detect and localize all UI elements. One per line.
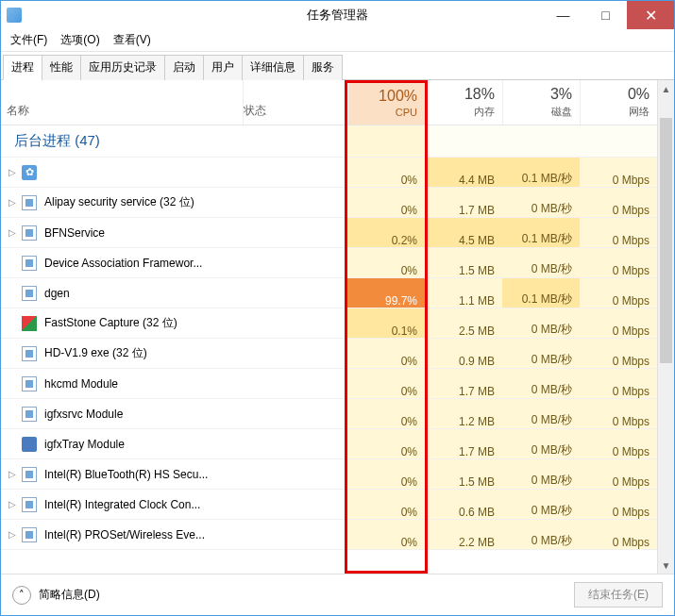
menu-item[interactable]: 查看(V) (108, 30, 157, 50)
expand-icon[interactable]: ▷ (7, 469, 18, 479)
tab-进程[interactable]: 进程 (3, 55, 42, 80)
footer: ˄ 简略信息(D) 结束任务(E) (1, 574, 674, 615)
process-row[interactable]: igfxsrvc Module0%1.2 MB0 MB/秒0 Mbps (1, 399, 657, 429)
network-cell: 0 Mbps (580, 429, 657, 458)
process-row[interactable]: dgen99.7%1.1 MB0.1 MB/秒0 Mbps (1, 278, 657, 308)
minimize-button[interactable]: — (542, 1, 584, 29)
process-icon (22, 437, 37, 452)
network-cell: 0 Mbps (580, 248, 657, 277)
tabbar: 进程性能应用历史记录启动用户详细信息服务 (1, 54, 674, 80)
disk-cell: 0 MB/秒 (502, 520, 580, 549)
memory-cell: 1.5 MB (425, 248, 502, 277)
menu-item[interactable]: 文件(F) (5, 30, 53, 50)
process-icon (22, 195, 37, 210)
tab-应用历史记录[interactable]: 应用历史记录 (80, 55, 165, 80)
fewer-details-label[interactable]: 简略信息(D) (39, 587, 100, 603)
titlebar: 任务管理器 — □ ✕ (1, 1, 674, 29)
cpu-cell: 0% (347, 339, 425, 368)
column-cpu[interactable]: 100% CPU (347, 80, 425, 125)
process-icon (22, 497, 37, 512)
column-disk[interactable]: 3% 磁盘 (502, 80, 580, 125)
process-name: Intel(R) BlueTooth(R) HS Secu... (44, 468, 208, 481)
close-button[interactable]: ✕ (627, 1, 674, 29)
network-cell: 0 Mbps (580, 158, 657, 187)
memory-cell: 1.5 MB (425, 459, 502, 489)
process-icon (22, 527, 37, 542)
process-row[interactable]: ▷✿0%4.4 MB0.1 MB/秒0 Mbps (1, 158, 657, 188)
process-name: FastStone Capture (32 位) (44, 315, 177, 331)
process-icon: ✿ (22, 165, 37, 180)
process-name: igfxsrvc Module (44, 408, 123, 421)
expand-icon[interactable]: ▷ (7, 499, 18, 509)
memory-cell: 4.5 MB (425, 218, 502, 247)
disk-cell: 0 MB/秒 (502, 308, 580, 338)
process-name: Intel(R) PROSet/Wireless Eve... (44, 528, 205, 541)
network-cell: 0 Mbps (580, 308, 657, 338)
cpu-cell: 0% (347, 459, 425, 489)
tab-性能[interactable]: 性能 (42, 55, 81, 80)
process-row[interactable]: HD-V1.9 exe (32 位)0%0.9 MB0 MB/秒0 Mbps (1, 339, 657, 369)
scroll-up-icon[interactable]: ▲ (658, 80, 674, 97)
column-status[interactable]: 状态 (244, 80, 347, 125)
scroll-thumb[interactable] (660, 118, 672, 363)
process-icon (22, 256, 37, 271)
disk-cell: 0.1 MB/秒 (502, 158, 580, 187)
network-cell: 0 Mbps (580, 218, 657, 247)
process-icon (22, 407, 37, 422)
network-cell: 0 Mbps (580, 339, 657, 368)
process-row[interactable]: Device Association Framewor...0%1.5 MB0 … (1, 248, 657, 278)
memory-cell: 1.7 MB (425, 429, 502, 458)
scroll-down-icon[interactable]: ▼ (658, 557, 674, 574)
cpu-cell: 0% (347, 369, 425, 398)
tab-启动[interactable]: 启动 (164, 55, 204, 80)
menu-item[interactable]: 选项(O) (55, 30, 105, 50)
process-row[interactable]: ▷Intel(R) PROSet/Wireless Eve...0%2.2 MB… (1, 520, 657, 550)
expand-icon[interactable]: ▷ (7, 197, 18, 208)
process-icon (22, 286, 37, 301)
network-cell: 0 Mbps (580, 490, 657, 519)
process-name: Device Association Framewor... (44, 257, 202, 270)
column-header-row: 名称 状态 100% CPU 18% 内存 3% 磁盘 0% 网络 (1, 80, 657, 125)
fewer-details-icon[interactable]: ˄ (12, 586, 31, 605)
disk-cell: 0 MB/秒 (502, 459, 580, 489)
end-task-button[interactable]: 结束任务(E) (574, 582, 663, 608)
process-group-row[interactable]: 后台进程 (47) (1, 125, 657, 158)
process-row[interactable]: hkcmd Module0%1.7 MB0 MB/秒0 Mbps (1, 369, 657, 399)
process-icon (22, 225, 37, 241)
expand-icon[interactable]: ▷ (7, 529, 18, 540)
vertical-scrollbar[interactable]: ▲ ▼ (657, 80, 674, 574)
cpu-cell: 0% (347, 158, 425, 187)
memory-cell: 4.4 MB (425, 158, 502, 187)
disk-cell: 0.1 MB/秒 (502, 278, 580, 308)
process-row[interactable]: ▷Intel(R) BlueTooth(R) HS Secu...0%1.5 M… (1, 459, 657, 490)
process-name: Intel(R) Integrated Clock Con... (44, 498, 200, 511)
cpu-cell: 0.2% (347, 218, 425, 247)
expand-icon[interactable]: ▷ (7, 167, 18, 177)
column-memory[interactable]: 18% 内存 (425, 80, 502, 125)
memory-cell: 2.2 MB (425, 520, 502, 549)
network-cell: 0 Mbps (580, 278, 657, 308)
tab-用户[interactable]: 用户 (203, 55, 243, 80)
memory-cell: 0.6 MB (425, 490, 502, 519)
process-row[interactable]: FastStone Capture (32 位)0.1%2.5 MB0 MB/秒… (1, 308, 657, 339)
memory-cell: 2.5 MB (425, 308, 502, 338)
cpu-cell: 0% (347, 520, 425, 549)
process-row[interactable]: ▷Alipay security service (32 位)0%1.7 MB0… (1, 188, 657, 218)
process-row[interactable]: ▷Intel(R) Integrated Clock Con...0%0.6 M… (1, 490, 657, 520)
expand-icon[interactable]: ▷ (7, 227, 18, 238)
maximize-button[interactable]: □ (584, 1, 627, 29)
disk-cell: 0 MB/秒 (502, 339, 580, 368)
tab-服务[interactable]: 服务 (303, 55, 343, 80)
process-row[interactable]: ▷BFNService0.2%4.5 MB0.1 MB/秒0 Mbps (1, 218, 657, 248)
column-name[interactable]: 名称 (1, 80, 244, 125)
cpu-cell: 0% (347, 490, 425, 519)
column-network[interactable]: 0% 网络 (580, 80, 657, 125)
tab-详细信息[interactable]: 详细信息 (242, 55, 304, 80)
memory-cell: 0.9 MB (425, 339, 502, 368)
cpu-cell: 0% (347, 399, 425, 428)
network-cell: 0 Mbps (580, 188, 657, 217)
process-row[interactable]: igfxTray Module0%1.7 MB0 MB/秒0 Mbps (1, 429, 657, 459)
disk-cell: 0 MB/秒 (502, 429, 580, 458)
process-name: dgen (44, 287, 70, 300)
process-icon (22, 316, 37, 331)
